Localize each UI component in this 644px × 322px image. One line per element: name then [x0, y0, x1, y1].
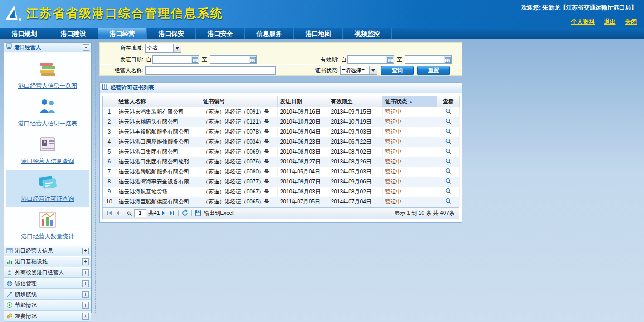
chevron-down-icon: [173, 44, 181, 52]
magnifier-icon[interactable]: [445, 118, 452, 124]
sidebar-item-info-overview-chart[interactable]: 港口经营人信息一览图: [6, 57, 89, 94]
magnifier-icon[interactable]: [445, 178, 452, 184]
accordion-infrastructure[interactable]: 港口基础设施 +: [4, 256, 91, 267]
expand-button[interactable]: +: [82, 248, 89, 254]
table-row[interactable]: 9 连云港海航基地货场 （苏连）港经证（0067）号 2010年08月03日 2…: [103, 187, 459, 197]
issue-date-from-input[interactable]: [152, 55, 191, 64]
cell-cert-no: （苏连）港经证（0076）号: [200, 157, 277, 167]
column-header-view: 查看: [437, 96, 459, 107]
cell-rownum: 7: [103, 167, 116, 177]
collapse-button[interactable]: -: [83, 44, 89, 51]
table-row[interactable]: 5 连云港港口集团有限公司 （苏连）港经证（0069）号 2010年08月03日…: [103, 147, 459, 157]
expand-button[interactable]: +: [82, 280, 89, 287]
reset-button[interactable]: 重置: [417, 66, 450, 75]
tab-port-operation[interactable]: 港口经营: [98, 28, 147, 39]
magnifier-icon[interactable]: [445, 188, 452, 194]
tab-port-map[interactable]: 港口地图: [294, 28, 343, 39]
refresh-icon[interactable]: [181, 209, 189, 217]
table-row[interactable]: 2 连云港东粮码头有限公司 （苏连）港经证（0121）号 2010年10月20日…: [103, 117, 459, 127]
to-label: 至: [394, 56, 405, 64]
column-header-operator-name[interactable]: 经营人名称: [116, 96, 200, 107]
accordion-energy[interactable]: 节能情况 +: [4, 300, 91, 311]
app-header: 江苏省省级港口综合管理信息系统 欢迎您: 朱新龙【江苏省交通运输厅港口局】 个人…: [0, 0, 644, 28]
table-row[interactable]: 3 连云港丰裕船舶服务有限公司 （苏连）港经证（0078）号 2010年09月0…: [103, 127, 459, 137]
cell-cert-no: （苏连）港经证（0121）号: [200, 117, 277, 127]
cell-view: [437, 197, 459, 207]
page-number-input[interactable]: [134, 209, 146, 217]
logout-link[interactable]: 退出: [604, 18, 616, 25]
cell-rownum: 6: [103, 157, 116, 167]
column-header-rownum: [103, 96, 116, 107]
cell-issue-date: 2010年08月27日: [277, 157, 328, 167]
fees-coins-icon: [6, 313, 13, 319]
accordion-integrity[interactable]: 诚信管理 +: [4, 278, 91, 289]
tab-port-planning[interactable]: 港口规划: [0, 28, 49, 39]
accordion-label: 外商投资港口经营人: [15, 269, 80, 277]
expand-button[interactable]: +: [82, 269, 89, 276]
magnifier-icon[interactable]: [445, 128, 452, 134]
magnifier-icon[interactable]: [445, 158, 452, 164]
query-button[interactable]: 查询: [381, 66, 414, 75]
column-header-valid-until[interactable]: 有效期至: [328, 96, 382, 107]
tab-video-monitor[interactable]: 视频监控: [343, 28, 392, 39]
last-page-button[interactable]: [168, 209, 176, 217]
validity-from-input[interactable]: [347, 55, 386, 64]
sidebar-item-operator-statistics[interactable]: 港口经营人数量统计: [6, 208, 89, 244]
sidebar-item-info-overview-table[interactable]: 港口经营人信息一览表: [6, 94, 89, 131]
table-row[interactable]: 10 连云港海巨船舶供应有限公司 （苏连）港经证（0065）号 2011年07月…: [103, 197, 459, 207]
expand-button[interactable]: +: [82, 313, 89, 320]
first-page-button[interactable]: [105, 209, 113, 217]
sidebar-item-license-query[interactable]: 港口经营许可证查询: [6, 170, 89, 207]
table-row[interactable]: 7 连云港港腾船舶服务有限公司 （苏连）港经证（0080）号 2011年05月0…: [103, 167, 459, 177]
save-icon: [194, 209, 202, 217]
operator-name-input[interactable]: [145, 66, 276, 75]
table-row[interactable]: 6 连云港港口集团有限公司轮驳... （苏连）港经证（0076）号 2010年0…: [103, 157, 459, 167]
expand-button[interactable]: +: [82, 291, 89, 298]
table-row[interactable]: 8 连云港港湾海事安全设备有限... （苏连）港经证（0077）号 2010年0…: [103, 177, 459, 187]
region-select[interactable]: 全省: [145, 44, 181, 53]
issue-date-to-input[interactable]: [210, 55, 249, 64]
validity-to-input[interactable]: [405, 55, 444, 64]
accordion-flight-routes[interactable]: 航班航线 +: [4, 289, 91, 300]
table-row[interactable]: 4 连云港港口房屋维修服务公司 （苏连）港经证（0034）号 2010年06月2…: [103, 137, 459, 147]
prev-page-button[interactable]: [113, 209, 122, 217]
magnifier-icon[interactable]: [445, 198, 452, 204]
table-row[interactable]: 1 连云港东鸿集装箱有限公司 （苏连）港经证（0091）号 2010年09月16…: [103, 107, 459, 117]
tab-info-service[interactable]: 信息服务: [245, 28, 294, 39]
next-page-button[interactable]: [160, 209, 168, 217]
calendar-icon[interactable]: [444, 55, 452, 64]
accordion-fees[interactable]: 规费情况 +: [4, 311, 91, 322]
region-select-value: 全省: [146, 45, 173, 52]
calendar-icon[interactable]: [249, 55, 257, 64]
expand-button[interactable]: +: [82, 302, 89, 309]
calendar-icon[interactable]: [386, 55, 394, 64]
close-link[interactable]: 关闭: [625, 18, 637, 25]
cert-status-select[interactable]: =请选择=: [340, 66, 377, 75]
sort-asc-icon: ▲: [409, 99, 413, 104]
sidebar-item-info-query[interactable]: 港口经营人信息查询: [6, 132, 89, 169]
expand-button[interactable]: +: [82, 258, 89, 265]
welcome-text: 欢迎您: 朱新龙【江苏省交通运输厅港口局】: [521, 4, 637, 12]
column-header-status[interactable]: 证书状态▲: [382, 96, 437, 107]
magnifier-icon[interactable]: [445, 168, 452, 174]
cell-issue-date: 2010年10月20日: [277, 117, 328, 127]
cell-operator-name: 连云港丰裕船舶服务有限公司: [116, 127, 200, 137]
page-label: 页: [127, 209, 132, 217]
tab-port-construction[interactable]: 港口建设: [49, 28, 98, 39]
magnifier-icon[interactable]: [445, 148, 452, 154]
cell-valid-until: 2013年08月02日: [328, 147, 382, 157]
accordion-foreign-investors[interactable]: 外商投资港口经营人 +: [4, 267, 91, 278]
export-excel-button[interactable]: 输出到Excel: [204, 209, 233, 217]
accordion-operator-info[interactable]: 港口经营人信息 +: [4, 245, 91, 256]
sidebar-items: 港口经营人信息一览图 港口经营人信息一览表: [4, 52, 91, 245]
tab-port-security[interactable]: 港口保安: [147, 28, 196, 39]
column-header-issue-date[interactable]: 发证日期: [277, 96, 328, 107]
profile-link[interactable]: 个人资料: [571, 18, 595, 25]
calendar-icon[interactable]: [191, 55, 199, 64]
magnifier-icon[interactable]: [445, 138, 452, 144]
tab-port-safety[interactable]: 港口安全: [196, 28, 245, 39]
integrity-globe-icon: [6, 280, 13, 287]
column-header-cert-no[interactable]: 证书编号: [200, 96, 277, 107]
from-label: 自: [145, 56, 152, 64]
magnifier-icon[interactable]: [445, 108, 452, 114]
